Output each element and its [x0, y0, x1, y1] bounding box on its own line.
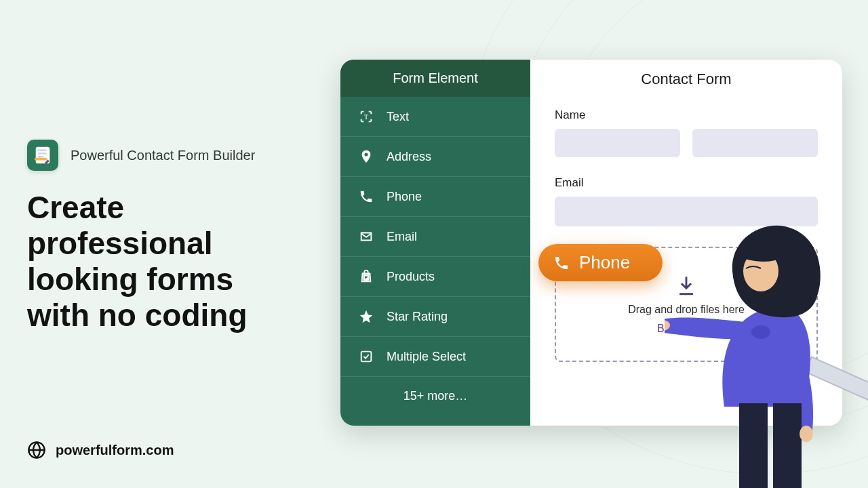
svg-rect-15 — [739, 403, 768, 488]
element-email[interactable]: Email — [340, 217, 530, 257]
app-logo — [27, 140, 58, 171]
email-field-label: Email — [555, 176, 818, 190]
sidebar-title: Form Element — [340, 60, 530, 97]
headline: Create professional looking forms with n… — [27, 190, 312, 333]
svg-rect-2 — [38, 152, 47, 154]
sidebar-form-elements: Form Element T Text Address Phone Email … — [340, 60, 530, 426]
last-name-input[interactable] — [692, 129, 818, 157]
svg-text:T: T — [364, 113, 368, 121]
element-multiple-select[interactable]: Multiple Select — [340, 337, 530, 377]
element-label: Text — [387, 110, 409, 124]
first-name-input[interactable] — [555, 129, 680, 157]
element-label: Star Rating — [387, 310, 448, 324]
person-illustration — [665, 197, 868, 488]
drag-chip-label: Phone — [579, 252, 630, 273]
svg-point-20 — [800, 426, 813, 442]
svg-rect-4 — [35, 158, 47, 161]
location-pin-icon — [358, 148, 374, 165]
svg-rect-16 — [773, 403, 802, 488]
svg-text:P: P — [365, 275, 368, 280]
text-icon: T — [358, 108, 374, 125]
svg-rect-10 — [361, 352, 372, 362]
more-elements-text: 15+ more… — [340, 377, 530, 420]
shopping-bag-icon: PP — [358, 268, 374, 285]
email-icon — [358, 228, 374, 245]
star-icon — [358, 308, 374, 325]
svg-rect-1 — [38, 150, 47, 151]
element-label: Products — [387, 270, 435, 284]
element-label: Multiple Select — [387, 350, 466, 364]
checklist-icon — [358, 348, 374, 365]
site-url: powerfulform.com — [56, 443, 174, 458]
globe-icon — [27, 441, 46, 460]
element-star-rating[interactable]: Star Rating — [340, 297, 530, 337]
element-label: Email — [387, 230, 417, 244]
element-phone[interactable]: Phone — [340, 177, 530, 217]
phone-icon — [553, 255, 570, 271]
element-text[interactable]: T Text — [340, 97, 530, 137]
brand-name: Powerful Contact Form Builder — [71, 148, 255, 163]
dragging-element-chip[interactable]: Phone — [538, 244, 663, 281]
phone-icon — [358, 188, 374, 205]
element-label: Phone — [387, 190, 422, 204]
element-products[interactable]: PP Products — [340, 257, 530, 297]
name-field-label: Name — [555, 108, 818, 122]
element-label: Address — [387, 150, 431, 164]
svg-point-14 — [751, 325, 770, 339]
preview-title: Contact Form — [555, 60, 818, 108]
svg-rect-3 — [38, 156, 43, 157]
element-address[interactable]: Address — [340, 137, 530, 177]
